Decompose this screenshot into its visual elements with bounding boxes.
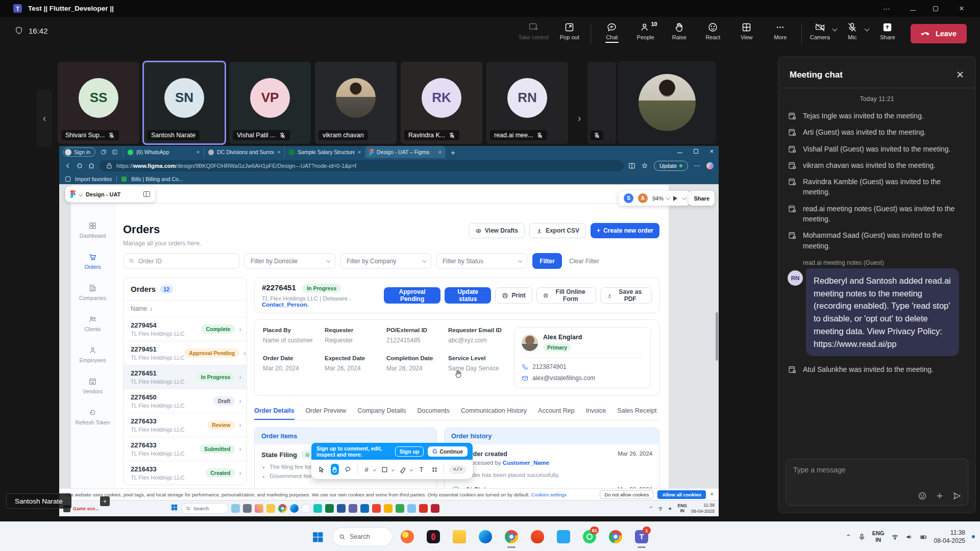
participant-tile[interactable]: SS Shivani Sup... xyxy=(58,62,139,144)
save-as-pdf-button[interactable]: Save as PDF xyxy=(600,287,652,304)
contact-email-row[interactable]: alex@vstatefilings.com xyxy=(522,374,643,382)
view-button[interactable]: View xyxy=(732,20,762,41)
chevron-down-icon[interactable] xyxy=(682,195,686,199)
firefox-icon[interactable] xyxy=(396,524,419,549)
raise-hand-button[interactable]: Raise xyxy=(665,20,694,41)
order-row[interactable]: 2276433TL Flex Holdings LLC Review › xyxy=(124,413,247,437)
cookie-close-icon[interactable]: × xyxy=(710,491,714,498)
browser-close-button[interactable]: × xyxy=(709,147,714,155)
shape-tool-icon[interactable] xyxy=(381,464,389,475)
participant-tile[interactable]: RN read.ai mee... xyxy=(486,62,568,144)
tab-sales-receipt[interactable]: Sales Receipt xyxy=(617,407,656,420)
filter-button[interactable]: Filter xyxy=(532,253,562,269)
attach-plus-icon[interactable] xyxy=(935,491,944,500)
browser-update-button[interactable]: Update xyxy=(654,161,688,171)
frame-tool-icon[interactable]: # xyxy=(362,464,371,475)
view-drafts-button[interactable]: View Drafts xyxy=(469,223,525,238)
pop-out-button[interactable]: Pop out xyxy=(555,20,584,41)
zoom-level-select[interactable]: 94% xyxy=(652,195,669,202)
vertical-tabs-icon[interactable] xyxy=(112,149,118,155)
filter-by-domicile-select[interactable]: Filter by Domicile xyxy=(244,253,335,269)
update-status-button[interactable]: Update status xyxy=(445,287,492,304)
emoji-icon[interactable] xyxy=(918,491,927,500)
vscode-icon[interactable] xyxy=(552,524,575,549)
print-button[interactable]: Print xyxy=(495,287,532,304)
mic-button[interactable]: Mic xyxy=(841,20,864,41)
order-row-selected[interactable]: 2276451TL Flex Holdings LLC In Progress … xyxy=(124,365,247,389)
fill-online-form-button[interactable]: Fill Online Form xyxy=(536,287,596,304)
home-icon[interactable] xyxy=(88,162,95,169)
titlebar-more-icon[interactable]: ⋯ xyxy=(880,5,893,13)
participants-scroll-left-button[interactable]: ‹ xyxy=(37,89,52,146)
participant-tile[interactable]: RK Ravindra K... xyxy=(401,62,482,144)
tab-invoice[interactable]: Invoice xyxy=(586,407,606,420)
browser-signin-button[interactable]: Sign in xyxy=(63,147,95,157)
refresh-icon[interactable] xyxy=(76,162,83,169)
edge-icon[interactable] xyxy=(474,524,497,549)
create-new-order-button[interactable]: + Create new order xyxy=(591,223,659,238)
deny-cookies-button[interactable]: Do not allow cookies xyxy=(600,490,653,499)
mic-options-chevron-icon[interactable] xyxy=(864,27,869,32)
volume-icon[interactable] xyxy=(905,533,913,541)
copilot-icon[interactable] xyxy=(706,162,714,169)
collaborator-avatar[interactable]: A xyxy=(638,193,648,203)
system-clock[interactable]: 11:3808-04-2025 xyxy=(934,529,965,545)
contact-person-link[interactable]: Contact_Person. xyxy=(262,302,308,308)
hand-tool-icon[interactable] xyxy=(331,464,339,475)
start-button[interactable] xyxy=(306,524,329,549)
more-button[interactable]: More xyxy=(766,20,795,41)
sidebar-item-orders[interactable]: Orders xyxy=(71,248,114,274)
order-row[interactable]: 2279454TL Flex Holdings LLC Complete › xyxy=(124,317,247,341)
order-row[interactable]: 2279451TL Flex Holdings LLC Approval Pen… xyxy=(124,341,247,365)
favorites-star-icon[interactable] xyxy=(641,162,648,169)
brave-icon[interactable] xyxy=(526,524,549,549)
new-tab-button[interactable]: + xyxy=(451,148,455,157)
browser-tab-figma[interactable]: Design - UAT – Figma × xyxy=(365,146,446,158)
participants-scroll-right-button[interactable]: › xyxy=(572,89,587,146)
tab-close-icon[interactable]: × xyxy=(358,149,361,155)
order-row[interactable]: 2276450TL Flex Holdings LLC Draft › xyxy=(124,389,247,413)
message-input[interactable] xyxy=(793,466,961,474)
google-continue-button[interactable]: G Continue xyxy=(428,446,468,457)
workspaces-icon[interactable] xyxy=(101,149,107,155)
chat-close-icon[interactable]: ✕ xyxy=(956,69,964,81)
text-tool-icon[interactable]: T xyxy=(418,464,426,475)
maximize-button[interactable] xyxy=(933,6,938,11)
sign-up-button[interactable]: Sign up xyxy=(395,446,424,457)
pen-tool-icon[interactable] xyxy=(399,464,407,475)
react-button[interactable]: React xyxy=(698,20,728,41)
clear-filter-button[interactable]: Clear Filter xyxy=(569,258,599,265)
tab-documents[interactable]: Documents xyxy=(418,407,450,420)
contact-phone-row[interactable]: 2123874901 xyxy=(522,363,643,370)
chevron-down-icon[interactable] xyxy=(373,468,376,471)
sidebar-item-vendors[interactable]: Vendors xyxy=(71,372,114,399)
browser-tab-salary-sheet[interactable]: Sample Salary Structure with calc × xyxy=(284,146,365,158)
figma-share-button[interactable]: Share xyxy=(689,191,715,206)
close-button[interactable]: × xyxy=(955,4,968,13)
browser-tab-whatsapp[interactable]: (6) WhatsApp × xyxy=(123,146,204,158)
pages-panel-icon[interactable] xyxy=(143,191,150,197)
figma-logo-icon[interactable] xyxy=(70,190,76,198)
presenter-expand-button[interactable]: + xyxy=(100,496,110,506)
order-id-search[interactable] xyxy=(123,253,239,269)
order-row[interactable]: 2216433TL Flex Holdings LLC Created › xyxy=(124,461,247,485)
participant-tile-spotlight[interactable] xyxy=(618,61,716,144)
participant-tile-partial[interactable] xyxy=(587,62,616,144)
lasso-tool-icon[interactable] xyxy=(344,464,352,475)
browser-maximize-button[interactable] xyxy=(694,149,698,154)
allow-cookies-button[interactable]: Allow all cookies xyxy=(657,490,706,499)
wifi-icon[interactable] xyxy=(891,533,899,541)
sidebar-item-companies[interactable]: Companies xyxy=(71,279,114,306)
sidebar-item-clients[interactable]: Clients xyxy=(71,310,114,337)
chrome-profile-icon[interactable] xyxy=(604,524,627,549)
participant-tile[interactable]: vikram chavan xyxy=(315,62,397,144)
export-csv-button[interactable]: Export CSV xyxy=(529,223,586,238)
url-field[interactable]: https://www.figma.com/design/9BKQ0FOHRWa… xyxy=(100,160,624,171)
tab-order-details[interactable]: Order Details xyxy=(254,407,295,420)
tab-account-rep[interactable]: Account Rep xyxy=(538,407,575,420)
chevron-down-icon[interactable] xyxy=(391,468,395,471)
split-screen-icon[interactable] xyxy=(628,162,635,169)
customer-name-link[interactable]: Customer_Name xyxy=(503,460,549,466)
tab-close-icon[interactable]: × xyxy=(277,149,280,155)
notification-dot[interactable] xyxy=(972,535,975,538)
